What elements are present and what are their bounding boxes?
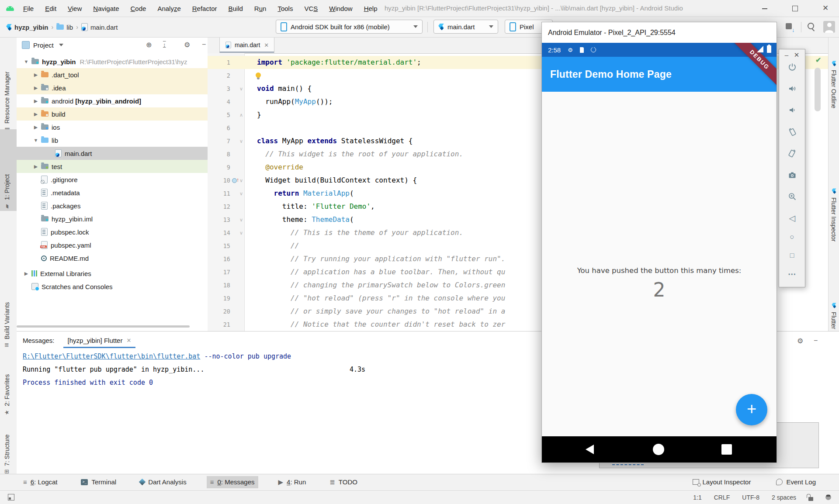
toolwindow-button-todo[interactable]: ≣TODO bbox=[326, 476, 361, 488]
fold-marker-icon[interactable]: ∨ bbox=[238, 135, 244, 148]
sidebar-item-resource-manager[interactable]: ▦Resource Manager bbox=[3, 41, 10, 133]
tree-item-readme-md[interactable]: README.md bbox=[17, 252, 208, 265]
hide-panel-icon[interactable]: − bbox=[202, 41, 206, 48]
button-layout-inspector[interactable]: Layout Inspector bbox=[689, 476, 755, 488]
tree-item-external-libraries[interactable]: ▶External Libraries bbox=[17, 267, 208, 280]
breadcrumb-item-main.dart[interactable]: main.dart bbox=[81, 23, 118, 31]
volume-down-icon[interactable] bbox=[788, 106, 797, 116]
more-icon[interactable]: ⋯ bbox=[788, 270, 796, 278]
status-2-spaces[interactable]: 2 spaces bbox=[772, 494, 796, 501]
sidebar-item-flutter-outline[interactable]: Flutter Outline bbox=[830, 60, 837, 148]
intention-bulb-icon[interactable] bbox=[256, 72, 261, 78]
toolwindow-button-6-logcat[interactable]: ≡6: Logcat bbox=[20, 476, 61, 488]
menu-code[interactable]: Code bbox=[125, 5, 152, 12]
emulator-title-bar[interactable]: Android Emulator - Pixel_2_API_29:5554 bbox=[542, 22, 777, 43]
chevron-right-icon[interactable]: ▶ bbox=[31, 98, 41, 104]
tree-item-test[interactable]: ▶test bbox=[17, 160, 208, 173]
chevron-right-icon[interactable]: ▶ bbox=[31, 111, 41, 117]
menu-analyze[interactable]: Analyze bbox=[152, 5, 186, 12]
menu-edit[interactable]: Edit bbox=[39, 5, 62, 12]
tree-item-build[interactable]: ▶build bbox=[17, 107, 208, 121]
project-panel-header[interactable]: Project bbox=[17, 37, 208, 53]
menu-run[interactable]: Run bbox=[249, 5, 272, 12]
chevron-right-icon[interactable]: ▶ bbox=[21, 271, 31, 276]
sidebar-item-flutter-inspector[interactable]: Flutter Inspector bbox=[830, 188, 837, 281]
tree-item-pubspec-yaml[interactable]: pubspec.yaml bbox=[17, 238, 208, 252]
settings-gear-icon[interactable]: ⚙ bbox=[797, 337, 803, 345]
nav-back-button[interactable] bbox=[586, 445, 594, 454]
breadcrumb-item-hyzp_yibin[interactable]: hyzp_yibin bbox=[6, 24, 49, 31]
tree-item--gitignore[interactable]: .gitignore bbox=[17, 173, 208, 186]
sidebar-item-2-favorites[interactable]: ★2: Favorites bbox=[3, 349, 10, 416]
fold-marker-icon[interactable]: ∧ bbox=[238, 108, 244, 121]
window-maximize-button[interactable] bbox=[790, 4, 799, 13]
chevron-down-icon[interactable]: ▼ bbox=[21, 59, 31, 64]
toolwindow-button-terminal[interactable]: >_Terminal bbox=[77, 476, 120, 488]
console-link[interactable]: R:\Flutter\FlutterSDK\flutter\bin\flutte… bbox=[23, 352, 200, 360]
tree-item-android[interactable]: ▶android [hyzp_yibin_android] bbox=[17, 94, 208, 107]
rotate-left-icon[interactable] bbox=[788, 128, 797, 138]
chevron-right-icon[interactable]: ▶ bbox=[31, 85, 41, 91]
search-icon[interactable] bbox=[808, 23, 814, 29]
fold-marker-icon[interactable]: ∨ bbox=[238, 187, 244, 200]
tree-item--metadata[interactable]: .metadata bbox=[17, 186, 208, 199]
fold-marker-icon[interactable]: ∨ bbox=[238, 213, 244, 226]
nav-overview-button[interactable] bbox=[721, 444, 732, 455]
screenshot-camera-icon[interactable] bbox=[788, 171, 797, 181]
menu-tools[interactable]: Tools bbox=[272, 5, 298, 12]
toolwindow-button-dart-analysis[interactable]: Dart Analysis bbox=[136, 476, 190, 488]
toolwindow-button-4-run[interactable]: ▶4: Run bbox=[275, 476, 310, 488]
tree-item--idea[interactable]: ▶.idea bbox=[17, 81, 208, 94]
locate-icon[interactable]: ⊕ bbox=[146, 41, 152, 49]
menu-build[interactable]: Build bbox=[222, 5, 248, 12]
tree-item-lib[interactable]: ▼lib bbox=[17, 134, 208, 147]
window-close-button[interactable]: ✕ bbox=[821, 4, 830, 13]
hector-icon[interactable] bbox=[825, 494, 831, 500]
settings-gear-icon[interactable]: ⚙ bbox=[184, 41, 190, 49]
unlock-icon[interactable] bbox=[808, 497, 813, 501]
menu-help[interactable]: Help bbox=[358, 5, 383, 12]
chevron-right-icon[interactable]: ▶ bbox=[31, 164, 41, 169]
tree-item-main-dart[interactable]: main.dart bbox=[17, 147, 208, 160]
chevron-right-icon[interactable]: ▶ bbox=[31, 124, 41, 130]
editor-scrollbar[interactable] bbox=[815, 68, 821, 111]
fold-marker-icon[interactable]: ∨ bbox=[238, 174, 244, 187]
menu-window[interactable]: Window bbox=[323, 5, 358, 12]
menu-view[interactable]: View bbox=[62, 5, 87, 12]
status-1-1[interactable]: 1:1 bbox=[693, 494, 701, 501]
tool-window-switcher-icon[interactable] bbox=[8, 494, 14, 501]
power-icon[interactable] bbox=[788, 62, 797, 73]
tree-item--dart-tool[interactable]: ▶.dart_tool bbox=[17, 68, 208, 81]
tab-main-dart[interactable]: main.dart ✕ bbox=[219, 37, 274, 53]
override-marker-icon[interactable] bbox=[232, 178, 237, 183]
profile-avatar[interactable] bbox=[823, 21, 835, 33]
close-tab-icon[interactable]: ✕ bbox=[126, 337, 131, 344]
chevron-right-icon[interactable]: ▶ bbox=[31, 72, 41, 78]
button-event-log[interactable]: Event Log bbox=[773, 476, 819, 488]
back-icon[interactable]: ◁ bbox=[789, 214, 795, 222]
volume-up-icon[interactable] bbox=[788, 84, 797, 95]
sidebar-item-7-structure[interactable]: ⊞7: Structure bbox=[3, 416, 10, 474]
close-icon[interactable]: ✕ bbox=[794, 51, 800, 59]
window-minimize-button[interactable] bbox=[760, 4, 769, 13]
tree-item-hyzp-yibin[interactable]: ▼hyzp_yibinR:\FlutterProject\FlutterProj… bbox=[17, 55, 208, 68]
home-icon[interactable]: ○ bbox=[790, 233, 794, 241]
toolwindow-button-0-messages[interactable]: ≡0: Messages bbox=[207, 476, 258, 488]
menu-vcs[interactable]: VCS bbox=[298, 5, 323, 12]
run-config-selector[interactable]: main.dart bbox=[433, 20, 498, 34]
close-tab-icon[interactable]: ✕ bbox=[264, 42, 269, 48]
fold-marker-icon[interactable]: ∨ bbox=[238, 226, 244, 239]
chevron-down-icon[interactable]: ▼ bbox=[31, 138, 41, 143]
sidebar-item-1-project[interactable]: ▰1: Project bbox=[3, 132, 10, 210]
tree-item-hyzp-yibin-iml[interactable]: hyzp_yibin.iml bbox=[17, 212, 208, 225]
tree-item-pubspec-lock[interactable]: pubspec.lock bbox=[17, 225, 208, 238]
rotate-right-icon[interactable] bbox=[788, 149, 797, 159]
inspection-ok-icon[interactable]: ✔ bbox=[815, 56, 821, 64]
sidebar-item-build-variants[interactable]: ≣Build Variants bbox=[3, 269, 10, 347]
tree-item-ios[interactable]: ▶ios bbox=[17, 121, 208, 134]
fold-marker-icon[interactable]: ∨ bbox=[238, 82, 244, 95]
breadcrumb-item-lib[interactable]: lib bbox=[56, 24, 73, 31]
menu-file[interactable]: File bbox=[17, 5, 39, 12]
horizontal-scrollbar[interactable] bbox=[17, 325, 190, 328]
collapse-all-icon[interactable]: ↕ bbox=[163, 41, 166, 48]
